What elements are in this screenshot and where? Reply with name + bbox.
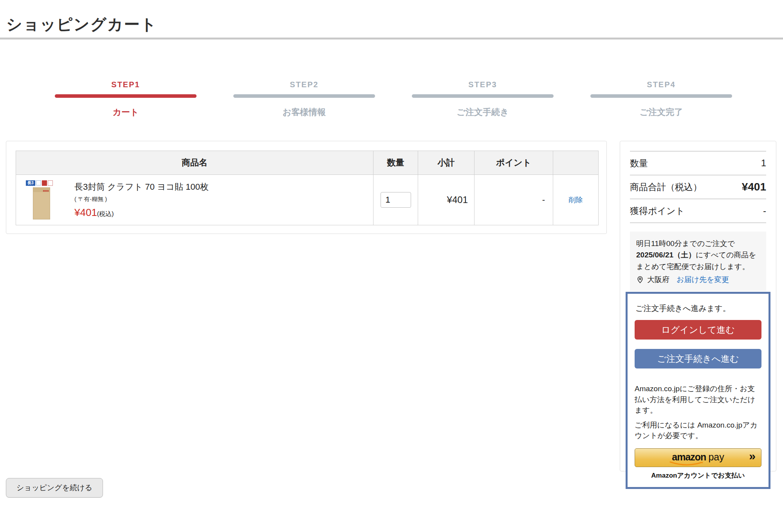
header-points: ポイント (474, 151, 553, 175)
price-value: ¥401 (74, 207, 97, 218)
step-bar (233, 94, 375, 98)
cart-panel: 商品名 数量 小計 ポイント 長3 (6, 141, 607, 234)
product-badge-icon (48, 180, 53, 186)
order-summary-sidebar: 数量 1 商品合計（税込） ¥401 獲得ポイント - 明日11時00分までのご… (620, 141, 776, 471)
step-cart: STEP1 カート (55, 80, 197, 118)
summary-value: ¥401 (742, 181, 766, 193)
size-badge: 長3 (26, 180, 35, 186)
points-value: - (474, 175, 553, 225)
delivery-line1: 明日11時00分までのご注文で (636, 239, 735, 248)
step-number: STEP3 (412, 80, 554, 89)
double-chevron-icon: » (749, 449, 756, 463)
product-price: ¥401(税込) (74, 207, 209, 219)
amazon-pay-caption: Amazonアカウントでお支払い (635, 471, 761, 480)
product-badges: 長3 (26, 180, 53, 186)
header-actions (553, 151, 599, 175)
product-spec: ( 〒有-糊無 ) (74, 196, 209, 203)
proceed-order-button[interactable]: ご注文手続きへ進む (635, 349, 761, 368)
step-order-procedure: STEP3 ご注文手続き (412, 80, 554, 118)
amazon-pay-button[interactable]: amazonpay » (635, 448, 761, 467)
summary-label: 数量 (630, 157, 648, 169)
checkout-steps: STEP1 カート STEP2 お客様情報 STEP3 ご注文手続き STEP4… (55, 80, 732, 118)
checkout-intro: ご注文手続きへ進みます。 (635, 303, 761, 314)
step-number: STEP1 (55, 80, 197, 89)
location-pin-icon (636, 276, 644, 284)
envelope-image (33, 187, 50, 219)
header-product-name: 商品名 (16, 151, 373, 175)
summary-row-total: 商品合計（税込） ¥401 (630, 175, 766, 199)
amazon-description-1: Amazon.co.jpにご登録の住所・お支払い方法を利用してご注文いただけます… (635, 383, 761, 416)
login-proceed-button[interactable]: ログインして進む (635, 320, 761, 340)
delivery-info-box: 明日11時00分までのご注文で 2025/06/21（土）にすべての商品をまとめ… (630, 232, 766, 291)
amazon-smile-icon (669, 461, 705, 466)
price-tax-note: (税込) (97, 210, 114, 217)
summary-value: - (763, 205, 766, 216)
checkout-box: ご注文手続きへ進みます。 ログインして進む ご注文手続きへ進む Amazon.c… (626, 292, 770, 489)
product-thumbnail: 長3 (21, 179, 57, 221)
step-order-complete: STEP4 ご注文完了 (590, 80, 732, 118)
step-bar (590, 94, 732, 98)
step-label: カート (55, 106, 197, 118)
step-customer-info: STEP2 お客様情報 (233, 80, 375, 118)
summary-label: 商品合計（税込） (630, 181, 702, 193)
change-address-link[interactable]: お届け先を変更 (677, 274, 729, 285)
summary-value: 1 (761, 158, 766, 169)
subtotal-value: ¥401 (418, 175, 474, 225)
header-quantity: 数量 (373, 151, 418, 175)
shopping-cart-page: ショッピングカート STEP1 カート STEP2 お客様情報 STEP3 ご注… (0, 0, 783, 532)
product-badge-icon (36, 180, 41, 185)
step-label: お客様情報 (233, 106, 375, 118)
product-cell: 長3 長3封筒 クラフト 70 ヨコ貼 100枚 ( 〒有-糊無 ) (16, 176, 373, 224)
product-name: 長3封筒 クラフト 70 ヨコ貼 100枚 (74, 181, 209, 193)
summary-row-points: 獲得ポイント - (630, 199, 766, 223)
step-label: ご注文完了 (590, 106, 732, 118)
step-bar (412, 94, 554, 98)
header-subtotal: 小計 (418, 151, 474, 175)
product-badge-icon (42, 180, 47, 186)
quantity-input[interactable] (381, 192, 411, 208)
step-number: STEP4 (590, 80, 732, 89)
cart-table-header-row: 商品名 数量 小計 ポイント (16, 151, 599, 175)
product-text: 長3封筒 クラフト 70 ヨコ貼 100枚 ( 〒有-糊無 ) ¥401(税込) (74, 181, 209, 219)
summary-row-quantity: 数量 1 (630, 151, 766, 175)
continue-shopping-button[interactable]: ショッピングを続ける (6, 478, 103, 498)
delivery-prefecture: 大阪府 (647, 274, 669, 285)
summary-table: 数量 1 商品合計（税込） ¥401 獲得ポイント - (630, 151, 766, 223)
delivery-date: 2025/06/21（土） (636, 251, 696, 259)
title-divider (0, 38, 783, 40)
delete-link[interactable]: 削除 (569, 196, 583, 204)
table-row: 長3 長3封筒 クラフト 70 ヨコ貼 100枚 ( 〒有-糊無 ) (16, 175, 599, 225)
delivery-destination-row: 大阪府 お届け先を変更 (636, 274, 760, 285)
step-bar (55, 94, 197, 98)
cart-table: 商品名 数量 小計 ポイント 長3 (16, 151, 599, 225)
page-title: ショッピングカート (6, 14, 157, 35)
summary-label: 獲得ポイント (630, 205, 685, 217)
amazon-description-2: ご利用になるには Amazon.co.jpアカウントが必要です。 (635, 420, 761, 441)
step-number: STEP2 (233, 80, 375, 89)
step-label: ご注文手続き (412, 106, 554, 118)
